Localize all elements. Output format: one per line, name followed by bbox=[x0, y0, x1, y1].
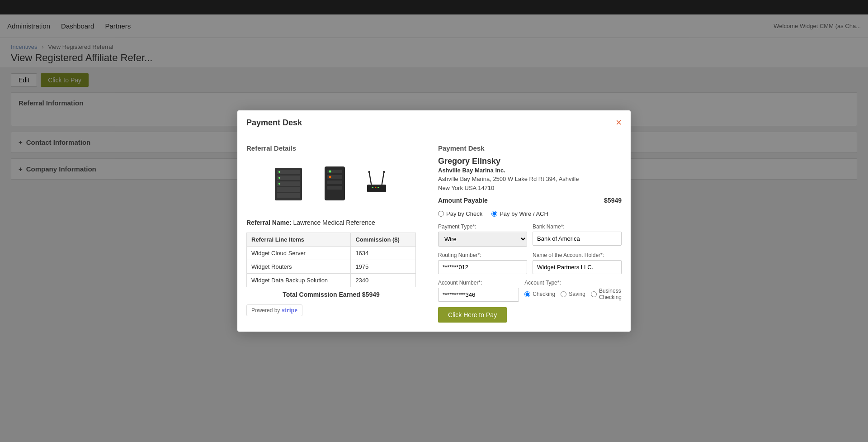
svg-line-18 bbox=[382, 172, 384, 185]
svg-point-15 bbox=[329, 176, 331, 178]
svg-rect-3 bbox=[277, 181, 300, 185]
product-images bbox=[246, 157, 416, 185]
address-line1: Ashville Bay Marina, 2500 W Lake Rd Rt 3… bbox=[438, 176, 579, 182]
svg-point-6 bbox=[278, 171, 280, 173]
referral-details-heading: Referral Details bbox=[246, 144, 416, 152]
company-name: Ashville Bay Marina Inc. bbox=[438, 167, 622, 174]
modal-close-button[interactable]: × bbox=[616, 118, 622, 128]
svg-point-7 bbox=[278, 177, 280, 179]
payment-desk-modal: Payment Desk × Referral Details bbox=[237, 110, 631, 185]
svg-point-19 bbox=[368, 171, 370, 173]
modal-overlay: Payment Desk × Referral Details bbox=[0, 0, 868, 185]
svg-rect-16 bbox=[367, 185, 386, 185]
left-panel: Referral Details bbox=[246, 144, 427, 185]
modal-header: Payment Desk × bbox=[237, 110, 631, 135]
svg-point-8 bbox=[278, 183, 280, 185]
address-line2: New York USA 14710 bbox=[438, 185, 494, 185]
svg-point-20 bbox=[383, 171, 385, 173]
svg-line-17 bbox=[369, 172, 371, 185]
router-image bbox=[361, 169, 392, 185]
tower-server-image bbox=[316, 164, 356, 185]
modal-title: Payment Desk bbox=[246, 118, 302, 128]
server-image bbox=[270, 164, 311, 185]
right-panel: Payment Desk Gregory Elinsky Ashville Ba… bbox=[438, 144, 622, 185]
payment-desk-heading: Payment Desk bbox=[438, 144, 622, 152]
svg-point-14 bbox=[329, 171, 331, 173]
svg-rect-12 bbox=[327, 181, 342, 184]
modal-body: Referral Details bbox=[237, 135, 631, 185]
address: Ashville Bay Marina, 2500 W Lake Rd Rt 3… bbox=[438, 175, 622, 185]
payee-name: Gregory Elinsky bbox=[438, 157, 622, 166]
